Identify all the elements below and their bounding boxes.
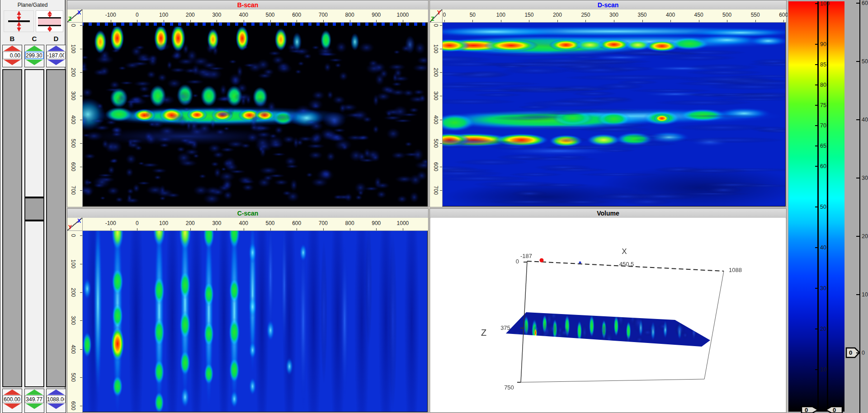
b-bottom-value-input[interactable] (3, 395, 22, 403)
axis-label: 100 (70, 44, 76, 53)
axis-label: 600 (779, 12, 788, 18)
volume-axis-label: 0 (516, 258, 519, 265)
gate-max-value: 0 (833, 407, 836, 413)
axis-label: 0 (70, 234, 76, 237)
axis-tick (80, 190, 82, 191)
axis-label: 300 (212, 12, 221, 18)
volume-3d-view[interactable]: -1870X450.51088Z375750 (430, 218, 786, 412)
volume-axis-label: 750 (504, 384, 514, 391)
plane-mode-icon (4, 11, 33, 32)
colorbar-tick (815, 329, 818, 329)
spin-up-arrow-icon[interactable] (26, 46, 43, 51)
spin-down-arrow-icon[interactable] (47, 60, 65, 65)
plane-mode-button[interactable] (4, 10, 34, 32)
spin-up-arrow-icon[interactable] (47, 390, 65, 395)
cscan-panel: C-scanXY-1000100200300400500600700800900… (67, 208, 429, 413)
axis-label: 300 (212, 220, 221, 226)
axis-label: 400 (239, 12, 248, 18)
spin-up-arrow-icon[interactable] (47, 46, 65, 51)
volume-axis-label: 450.5 (619, 261, 634, 268)
dscan-heatmap-canvas[interactable] (443, 23, 785, 206)
axis-tick (80, 96, 82, 96)
b-top-value-input[interactable] (3, 52, 22, 59)
axis-label: 200 (70, 288, 76, 297)
colorbar-tick (815, 369, 818, 370)
colorbar-label: 30 (820, 285, 826, 291)
spin-down-arrow-icon[interactable] (26, 60, 43, 65)
axis-label: 500 (266, 220, 275, 226)
axis-letter-X: X (77, 218, 81, 224)
axis-label: 300 (70, 316, 76, 325)
axis-tick (164, 228, 164, 230)
palette-region: 0 0 0 1009085807570656050403020106050403… (788, 0, 868, 413)
cscan-heatmap-canvas[interactable] (83, 231, 427, 412)
axis-tick (244, 20, 244, 22)
axis-tick (755, 20, 756, 22)
d-top-value-input[interactable] (47, 52, 66, 59)
axis-tick (376, 228, 377, 230)
colorbar-label: 10 (820, 366, 826, 373)
d-slider-track[interactable] (46, 69, 66, 387)
axis-tick (137, 228, 137, 230)
spin-down-arrow-icon[interactable] (4, 60, 21, 65)
axis-label: 100 (70, 259, 76, 268)
axis-label: 300 (433, 91, 439, 100)
bscan-image[interactable] (83, 23, 428, 206)
axis-tick (529, 20, 529, 22)
axis-tick (80, 349, 82, 350)
c-top-value-input[interactable] (25, 52, 44, 59)
threshold-scale-tick (856, 236, 859, 237)
axis-label: 400 (666, 12, 675, 18)
b-slider-track[interactable] (2, 69, 22, 387)
cscan-image[interactable] (83, 231, 428, 412)
axis-label: 500 (433, 139, 439, 148)
axis-tick (444, 20, 445, 22)
axis-tick (297, 20, 297, 22)
dscan-image[interactable] (443, 23, 786, 206)
axis-tick (557, 20, 558, 22)
bscan-title: B-scan (67, 0, 428, 10)
axis-tick (323, 20, 324, 22)
spin-down-arrow-icon[interactable] (47, 404, 65, 409)
axis-tick (403, 228, 403, 230)
axis-label: 600 (292, 220, 301, 226)
colorbar-tick (815, 206, 818, 207)
volume-panel: Volume -1870X450.51088Z375750 (429, 208, 787, 413)
axis-label: 400 (239, 220, 248, 226)
axis-label: 100 (159, 220, 168, 226)
threshold-scale-label: 50 (862, 58, 868, 65)
c-bottom-value-input[interactable] (25, 395, 44, 403)
axis-letter-Z: Z (68, 16, 71, 22)
spin-up-arrow-icon[interactable] (4, 390, 21, 395)
axis-tick (80, 49, 82, 49)
volume-panel-title: Volume (430, 209, 786, 218)
axis-label: 0 (136, 12, 139, 18)
axis-label: 200 (186, 220, 195, 226)
bscan-horizontal-axis: -10001002003004005006007008009001000 (83, 9, 428, 23)
colorbar-label: 50 (820, 204, 826, 210)
gated-mode-button[interactable] (36, 10, 63, 32)
gate-max-handle[interactable]: 0 (825, 406, 843, 413)
axis-letter-C: C (24, 35, 44, 42)
gate-min-handle[interactable]: 0 (801, 406, 819, 413)
axis-label: 500 (266, 12, 275, 18)
palette-gate-line-high[interactable] (827, 1, 828, 412)
c-slider-thumb[interactable] (25, 197, 43, 221)
spin-down-arrow-icon[interactable] (4, 404, 21, 409)
volume-axis-label: -187 (520, 253, 532, 259)
bscan-heatmap-canvas[interactable] (83, 23, 427, 206)
axis-letter-D: D (46, 35, 66, 42)
spin-down-arrow-icon[interactable] (26, 404, 43, 409)
axis-label: -100 (105, 220, 116, 226)
volume-blue-marker (579, 262, 581, 264)
axis-letter-Y: Y (68, 224, 72, 230)
axis-label: 300 (70, 91, 76, 100)
d-bottom-value-input[interactable] (47, 395, 66, 403)
axis-tick (585, 20, 586, 22)
spin-up-arrow-icon[interactable] (26, 390, 43, 395)
spin-up-arrow-icon[interactable] (4, 46, 21, 51)
axis-tick (80, 377, 82, 378)
c-slider-track[interactable] (24, 69, 44, 387)
axis-label: 500 (70, 373, 76, 382)
axis-tick (440, 49, 442, 49)
